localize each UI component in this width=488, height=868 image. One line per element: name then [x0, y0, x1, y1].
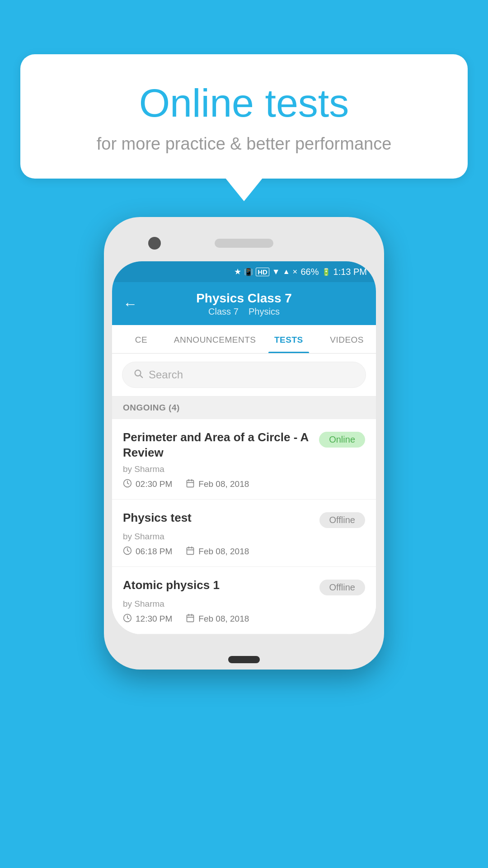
clock-icon	[123, 613, 132, 625]
speech-bubble-container: Online tests for more practice & better …	[20, 54, 468, 179]
test-item-header: Physics test Offline	[123, 510, 365, 528]
phone-inner-shell: ★ 📳 HD ▼ ▲ ✕ 66%	[112, 261, 376, 634]
test-meta: 12:30 PM	[123, 613, 365, 625]
back-button[interactable]: ←	[123, 296, 137, 312]
test-item[interactable]: Physics test Offline by Sharma	[112, 500, 376, 567]
signal-icon: ▲	[283, 268, 290, 276]
status-icons: ★ 📳 HD ▼ ▲ ✕ 66%	[234, 267, 367, 277]
wifi-icon: ▼	[272, 267, 280, 277]
header-title-group: Physics Class 7 Class 7 Physics	[196, 291, 292, 317]
test-time: 06:18 PM	[123, 546, 172, 557]
tab-announcements[interactable]: ANNOUNCEMENTS	[170, 325, 260, 353]
tabs-bar: CE ANNOUNCEMENTS TESTS VIDEOS	[112, 325, 376, 354]
test-title: Atomic physics 1	[123, 578, 312, 593]
svg-rect-3	[187, 480, 194, 487]
status-badge: Offline	[319, 580, 365, 595]
tab-ce[interactable]: CE	[112, 325, 170, 353]
test-author: by Sharma	[123, 532, 365, 542]
calendar-icon	[186, 479, 195, 490]
status-bar: ★ 📳 HD ▼ ▲ ✕ 66%	[112, 261, 376, 282]
time-value: 12:30 PM	[136, 614, 172, 624]
front-camera	[148, 237, 161, 250]
test-date: Feb 08, 2018	[186, 613, 249, 625]
hd-badge: HD	[256, 268, 269, 276]
test-time: 02:30 PM	[123, 479, 172, 490]
battery-level: 66%	[300, 267, 319, 277]
clock-icon	[123, 546, 132, 557]
test-author: by Sharma	[123, 464, 365, 474]
svg-rect-13	[187, 615, 194, 622]
test-meta: 02:30 PM	[123, 479, 365, 490]
section-header-ongoing: ONGOING (4)	[112, 396, 376, 419]
test-author: by Sharma	[123, 599, 365, 609]
section-label: ONGOING (4)	[123, 403, 180, 412]
calendar-icon	[186, 613, 195, 625]
search-placeholder: Search	[149, 368, 183, 381]
time-value: 02:30 PM	[136, 479, 172, 489]
no-signal-icon: ✕	[292, 268, 298, 275]
clock-icon	[123, 479, 132, 490]
page-title: Physics Class 7	[196, 291, 292, 306]
test-item[interactable]: Atomic physics 1 Offline by Sharma	[112, 567, 376, 634]
test-item-header: Perimeter and Area of a Circle - A Revie…	[123, 430, 365, 461]
status-time: 1:13 PM	[333, 267, 367, 277]
bubble-title: Online tests	[56, 81, 432, 125]
phone-screen: ★ 📳 HD ▼ ▲ ✕ 66%	[112, 261, 376, 634]
class-label: Class 7	[208, 307, 239, 316]
speech-bubble: Online tests for more practice & better …	[20, 54, 468, 179]
earpiece-speaker	[215, 239, 273, 248]
phone-top-bar	[112, 225, 376, 261]
test-date: Feb 08, 2018	[186, 479, 249, 490]
phone-outer-shell: ★ 📳 HD ▼ ▲ ✕ 66%	[104, 217, 384, 670]
phone-bottom-bar	[112, 634, 376, 661]
date-value: Feb 08, 2018	[198, 547, 249, 557]
test-item[interactable]: Perimeter and Area of a Circle - A Revie…	[112, 419, 376, 500]
search-icon	[133, 368, 143, 381]
time-value: 06:18 PM	[136, 547, 172, 557]
test-date: Feb 08, 2018	[186, 546, 249, 557]
svg-line-1	[141, 376, 143, 378]
page-subtitle: Class 7 Physics	[196, 307, 292, 317]
battery-icon: 🔋	[322, 268, 331, 276]
test-meta: 06:18 PM	[123, 546, 365, 557]
test-time: 12:30 PM	[123, 613, 172, 625]
test-title: Perimeter and Area of a Circle - A Revie…	[123, 430, 312, 461]
bluetooth-icon: ★	[234, 267, 241, 277]
test-item-header: Atomic physics 1 Offline	[123, 578, 365, 595]
home-indicator[interactable]	[228, 656, 260, 663]
tab-tests[interactable]: TESTS	[259, 325, 318, 353]
search-container: Search	[112, 354, 376, 396]
status-badge: Online	[319, 432, 365, 448]
tab-videos[interactable]: VIDEOS	[318, 325, 376, 353]
vibrate-icon: 📳	[244, 268, 253, 276]
calendar-icon	[186, 546, 195, 557]
status-badge: Offline	[319, 512, 365, 528]
app-header: ← Physics Class 7 Class 7 Physics	[112, 282, 376, 325]
phone-mockup: ★ 📳 HD ▼ ▲ ✕ 66%	[104, 217, 384, 670]
svg-rect-8	[187, 547, 194, 554]
test-title: Physics test	[123, 510, 312, 526]
search-bar[interactable]: Search	[122, 362, 366, 388]
date-value: Feb 08, 2018	[198, 614, 249, 624]
bubble-subtitle: for more practice & better performance	[56, 134, 432, 154]
subject-label: Physics	[249, 307, 280, 316]
svg-point-0	[135, 370, 141, 376]
date-value: Feb 08, 2018	[198, 479, 249, 489]
